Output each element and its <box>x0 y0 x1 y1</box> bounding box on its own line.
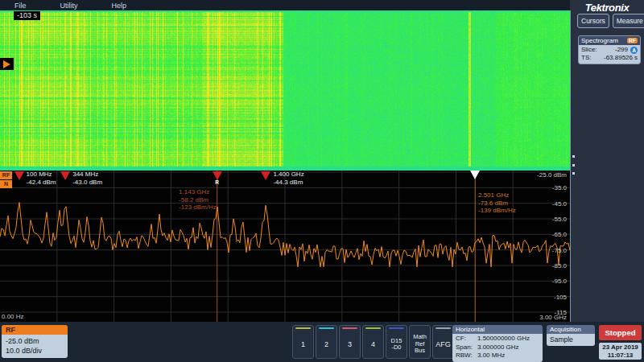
channel-button-row: 1234D15-D0MathRefBusAFG <box>292 325 454 359</box>
x-axis-start-label: 0.00 Hz <box>2 313 24 320</box>
slice-value: -299 <box>601 46 628 54</box>
horizontal-row-span: Span:3.000000 GHz <box>456 343 541 352</box>
ts-value: -63.89526 <box>601 54 633 62</box>
horizontal-panel-title: Horizontal <box>452 325 543 334</box>
channel-color-strip <box>342 327 357 329</box>
peak-marker-1400mhz[interactable] <box>261 171 270 180</box>
channel-button-afg[interactable]: AFG <box>432 325 454 359</box>
peak-marker-344mhz[interactable] <box>60 171 70 180</box>
y-tick-4: -65.0 <box>552 231 567 238</box>
channel-button-label: 2 <box>324 331 328 358</box>
menu-file[interactable]: File <box>14 2 27 10</box>
rf-scale-panel[interactable]: RF -25.0 dBm 10.0 dB/div <box>2 325 68 358</box>
channel-button-d15-d0[interactable]: D15-D0 <box>386 325 407 359</box>
channel-color-strip <box>295 327 311 329</box>
spectrogram-settings-panel[interactable]: Spectrogram RF Slice: -299 A TS: -63.895… <box>578 35 641 64</box>
y-tick-0: -25.0 dBm <box>537 171 567 179</box>
spectrum-view[interactable]: RF N 100 MHz-42.4 dBm344 MHz-43.0 dBmR1.… <box>0 171 570 322</box>
peak-annotation-2: 2.501 GHz-73.6 dBm-139 dBm/Hz <box>478 191 516 215</box>
y-tick-8: -105 <box>554 294 567 301</box>
channel-color-strip <box>365 327 381 329</box>
horizontal-row-rbw: RBW:3.00 MHz <box>456 352 541 360</box>
marker-readout-344mhz: 344 MHz-43.0 dBm <box>72 171 102 186</box>
ts-label: TS: <box>581 54 601 62</box>
horizontal-row-cf: CF:1.500000000 GHz <box>456 335 541 343</box>
reference-marker-letter: R <box>215 179 220 185</box>
marker-readout-1400mhz: 1.400 GHz-44.3 dBm <box>273 171 303 186</box>
channel-button-label: AFG <box>436 331 451 358</box>
slice-label: Slice: <box>581 46 601 54</box>
channel-color-strip <box>412 327 427 329</box>
run-stop-status-button[interactable]: Stopped <box>599 325 642 340</box>
ts-row: TS: -63.89526 s <box>581 54 638 62</box>
menu-utility[interactable]: Utility <box>60 2 78 10</box>
right-sidebar: Tektronix Cursors Measure Spectrogram RF… <box>570 0 644 322</box>
y-tick-7: -95.0 <box>552 278 567 285</box>
tektronix-logo: Tektronix <box>570 2 644 14</box>
splitter-handle-icon[interactable] <box>571 155 576 175</box>
acquisition-mode: Sample <box>547 334 595 346</box>
marker-readout-100mhz: 100 MHz-42.4 dBm <box>27 171 56 186</box>
ts-unit: s <box>634 54 638 62</box>
y-tick-6: -85.0 <box>552 262 567 269</box>
rf-scale-per-div: 10.0 dB/div <box>6 346 68 356</box>
channel-color-strip <box>389 327 404 329</box>
spectrogram-slice-arrow[interactable] <box>0 58 14 70</box>
channel-button-4[interactable]: 4 <box>362 325 384 359</box>
time-label: 11:07:13 <box>599 352 642 360</box>
spectrogram-view[interactable]: -103 s <box>0 10 570 171</box>
menu-help[interactable]: Help <box>112 2 127 10</box>
y-tick-2: -45.0 <box>552 200 567 208</box>
channel-button-label: 1 <box>301 331 305 358</box>
measure-button[interactable]: Measure <box>613 14 644 28</box>
peak-marker-2501mhz[interactable] <box>470 171 480 179</box>
date-label: 23 Apr 2019 <box>599 343 642 352</box>
normal-trace-badge[interactable]: N <box>0 180 12 188</box>
channel-button-2[interactable]: 2 <box>316 325 337 359</box>
slice-arrow-icon <box>3 60 10 68</box>
y-tick-3: -55.0 <box>552 216 567 223</box>
sidebar-buttons: Cursors Measure <box>577 14 644 28</box>
spectrogram-canvas <box>0 10 570 171</box>
rf-reference-level: -25.0 dBm <box>6 336 68 346</box>
datetime-panel: 23 Apr 2019 11:07:13 <box>599 343 642 360</box>
peak-marker-100mhz[interactable] <box>14 171 24 180</box>
peak-marker-1143mhz[interactable]: R <box>213 171 222 180</box>
spectrogram-rf-badge: RF <box>627 38 638 43</box>
x-axis-end-label: 3.00 GHz <box>539 314 567 321</box>
channel-button-label: MathRefBus <box>413 331 427 358</box>
y-tick-1: -35.0 <box>552 184 567 191</box>
channel-color-strip <box>319 327 334 329</box>
spectrogram-time-cursor-label: -103 s <box>14 11 40 20</box>
spectrogram-panel-body: Slice: -299 A TS: -63.89526 s <box>579 45 640 64</box>
spectrogram-panel-title: Spectrogram <box>581 37 618 44</box>
spectrogram-panel-header: Spectrogram RF <box>579 36 640 45</box>
horizontal-panel[interactable]: Horizontal CF:1.500000000 GHzSpan:3.0000… <box>452 325 543 362</box>
channel-button-3[interactable]: 3 <box>339 325 361 359</box>
menu-bar: FileUtilityHelp <box>0 0 570 10</box>
channel-button-label: 4 <box>371 331 375 358</box>
oscilloscope-app: FileUtilityHelp -103 s RF N 100 MHz-42.4… <box>0 0 644 362</box>
channel-button-mathrefbus[interactable]: MathRefBus <box>409 325 431 359</box>
peak-annotation-1: 1.143 GHz-58.2 dBm-123 dBm/Hz <box>179 188 217 212</box>
marker-a-badge: A <box>630 47 638 54</box>
rf-panel-title: RF <box>2 325 68 335</box>
channel-color-strip <box>436 327 451 329</box>
channel-button-1[interactable]: 1 <box>292 325 314 359</box>
spectrum-source-badges: RF N <box>0 171 12 189</box>
rf-panel-body: -25.0 dBm 10.0 dB/div <box>2 335 68 358</box>
channel-button-label: 3 <box>348 331 352 358</box>
acquisition-panel[interactable]: Acquisition Sample <box>547 325 595 346</box>
horizontal-panel-body: CF:1.500000000 GHzSpan:3.000000 GHzRBW:3… <box>452 334 543 362</box>
rf-source-badge[interactable]: RF <box>0 171 12 179</box>
y-tick-5: -75.0 <box>552 247 567 254</box>
bottom-bar: RF -25.0 dBm 10.0 dB/div 1234D15-D0MathR… <box>0 322 644 362</box>
channel-button-label: D15-D0 <box>391 331 402 358</box>
acquisition-panel-title: Acquisition <box>547 325 595 334</box>
cursors-button[interactable]: Cursors <box>577 14 609 28</box>
slice-row: Slice: -299 A <box>581 46 638 54</box>
